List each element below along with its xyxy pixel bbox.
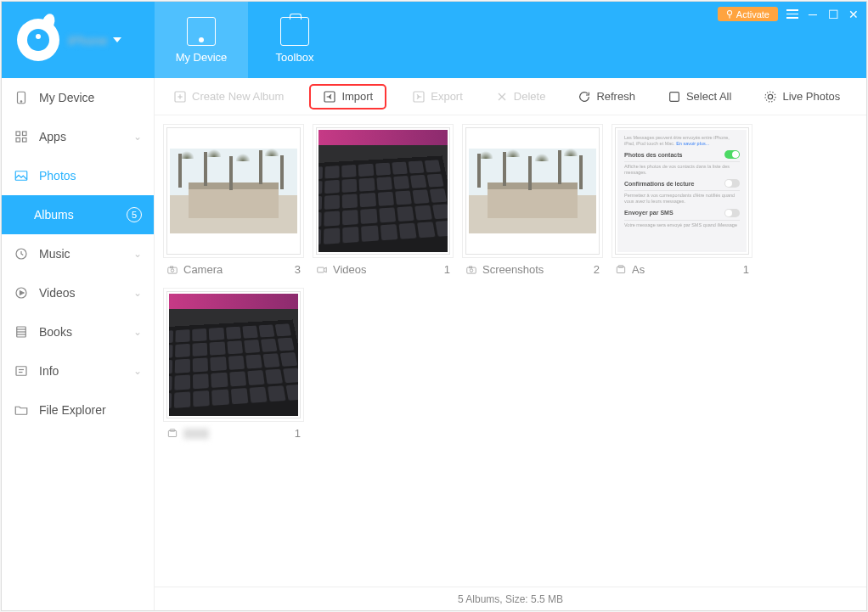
svg-point-31 (470, 268, 473, 272)
button-label: Export (431, 90, 463, 103)
sidebar-item-info[interactable]: Info ⌄ (2, 351, 154, 390)
sidebar-item-music[interactable]: Music ⌄ (2, 234, 154, 273)
tab-my-device[interactable]: My Device (155, 2, 248, 78)
export-icon (412, 90, 426, 104)
refresh-button[interactable]: Refresh (571, 87, 642, 107)
delete-button[interactable]: Delete (488, 87, 553, 107)
svg-rect-6 (15, 171, 27, 181)
videos-icon (14, 285, 29, 300)
album-item[interactable]: Les Messages peuvent être envoyés entre … (615, 127, 749, 276)
button-label: Live Photos (782, 90, 840, 103)
activate-label: Activate (736, 9, 769, 20)
camera-icon (465, 264, 477, 276)
album-item[interactable]: 1 (166, 291, 301, 440)
sidebar-item-label: Albums (34, 208, 74, 222)
album-item[interactable]: Camera 3 (166, 127, 301, 276)
body-area: My Device Apps ⌄ Photos Albums 5 (2, 78, 866, 610)
toggle-on-icon (724, 150, 740, 159)
chevron-down-icon: ⌄ (133, 365, 142, 377)
sidebar-item-apps[interactable]: Apps ⌄ (2, 117, 154, 156)
svg-point-24 (769, 94, 773, 98)
thumb-text: Votre message sera envoyé par SMS quand … (624, 222, 740, 228)
album-meta: As 1 (615, 263, 749, 276)
album-item[interactable]: Videos 1 (316, 127, 450, 276)
activate-button[interactable]: ⚲ Activate (718, 7, 778, 21)
import-button[interactable]: Import (309, 84, 386, 109)
album-meta: 1 (166, 427, 301, 440)
album-thumbnail (465, 127, 600, 255)
svg-rect-36 (170, 429, 175, 430)
sidebar-item-my-device[interactable]: My Device (2, 78, 154, 117)
button-label: Create New Album (192, 90, 284, 103)
close-button[interactable]: ✕ (848, 8, 860, 20)
create-new-album-button[interactable]: Create New Album (166, 87, 290, 107)
album-count: 1 (743, 263, 749, 276)
thumb-text: Confirmations de lecture (624, 181, 694, 187)
export-button[interactable]: Export (405, 87, 470, 107)
svg-rect-29 (318, 267, 324, 272)
tab-toolbox[interactable]: Toolbox (248, 2, 341, 78)
select-all-button[interactable]: Select All (661, 87, 738, 107)
album-count: 2 (594, 263, 600, 276)
album-thumbnail (166, 127, 301, 255)
album-name: Screenshots (482, 263, 544, 276)
menu-icon[interactable] (786, 9, 798, 19)
sidebar-item-label: Photos (39, 169, 76, 182)
album-generic-icon (166, 428, 178, 440)
toolbar: Create New Album Import Export (155, 78, 866, 115)
album-thumbnail (316, 127, 450, 255)
svg-rect-5 (23, 138, 27, 143)
sidebar-item-books[interactable]: Books ⌄ (2, 312, 154, 351)
button-label: Refresh (596, 90, 635, 103)
photos-icon (14, 168, 29, 183)
sidebar-item-label: My Device (39, 91, 94, 104)
sidebar: My Device Apps ⌄ Photos Albums 5 (2, 78, 155, 610)
album-name (183, 429, 209, 439)
album-thumbnail (166, 291, 301, 418)
apps-icon (14, 129, 29, 144)
live-photos-button[interactable]: Live Photos (757, 87, 847, 107)
svg-point-25 (765, 92, 775, 102)
status-bar: 5 Albums, Size: 5.5 MB (155, 587, 866, 610)
key-icon: ⚲ (726, 8, 733, 20)
video-icon (316, 264, 328, 276)
status-text: 5 Albums, Size: 5.5 MB (458, 593, 563, 605)
album-meta: Camera 3 (166, 263, 301, 276)
svg-rect-23 (670, 92, 679, 101)
camera-icon (166, 264, 178, 276)
refresh-icon (578, 90, 591, 104)
toggle-off-icon (724, 179, 740, 188)
thumb-text: Envoyer par SMS (624, 210, 674, 216)
sidebar-item-videos[interactable]: Videos ⌄ (2, 273, 154, 312)
device-dropdown[interactable]: iPhone (68, 33, 121, 48)
top-tabs: My Device Toolbox (155, 2, 341, 78)
svg-rect-13 (16, 367, 26, 376)
button-label: Select All (686, 90, 731, 103)
svg-point-1 (20, 101, 22, 103)
minimize-button[interactable]: ─ (807, 8, 819, 20)
sidebar-item-file-explorer[interactable]: File Explorer (2, 390, 154, 430)
album-generic-icon (615, 264, 627, 276)
album-name: As (632, 263, 645, 276)
main-panel: Create New Album Import Export (155, 78, 866, 610)
album-count: 1 (444, 263, 450, 276)
sidebar-item-label: Info (39, 364, 59, 378)
sidebar-item-photos[interactable]: Photos (2, 156, 154, 195)
svg-rect-3 (23, 132, 27, 136)
folder-icon (14, 402, 29, 418)
app-window: iPhone My Device Toolbox ⚲ Activate ─ ☐ … (1, 1, 867, 611)
tab-label: Toolbox (276, 51, 314, 64)
checkbox-icon (668, 90, 681, 104)
maximize-button[interactable]: ☐ (827, 8, 839, 20)
album-count: 1 (295, 427, 301, 440)
album-meta: Screenshots 2 (465, 263, 600, 276)
sidebar-item-albums[interactable]: Albums 5 (2, 195, 154, 234)
album-item[interactable]: Screenshots 2 (465, 127, 600, 276)
briefcase-icon (280, 17, 309, 46)
music-icon (14, 246, 29, 261)
live-photos-icon (764, 90, 777, 104)
button-label: Import (341, 90, 373, 103)
svg-rect-4 (16, 138, 20, 143)
chevron-down-icon: ⌄ (133, 287, 142, 299)
button-label: Delete (514, 90, 546, 103)
